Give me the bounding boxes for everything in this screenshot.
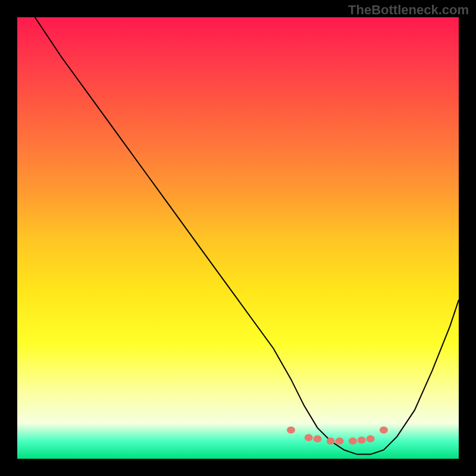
marker-point	[336, 437, 344, 444]
chart-svg	[17, 17, 459, 459]
plot-area	[17, 17, 459, 459]
marker-point	[349, 437, 357, 444]
marker-point	[358, 437, 366, 444]
marker-point	[314, 436, 322, 443]
marker-group	[287, 427, 388, 445]
marker-point	[305, 434, 313, 441]
watermark-text: TheBottleneck.com	[348, 2, 469, 18]
marker-point	[367, 436, 375, 443]
marker-point	[380, 427, 388, 434]
chart-container: TheBottleneck.com	[0, 0, 476, 476]
marker-point	[327, 437, 335, 444]
marker-point	[287, 427, 295, 434]
bottleneck-curve	[35, 17, 459, 455]
